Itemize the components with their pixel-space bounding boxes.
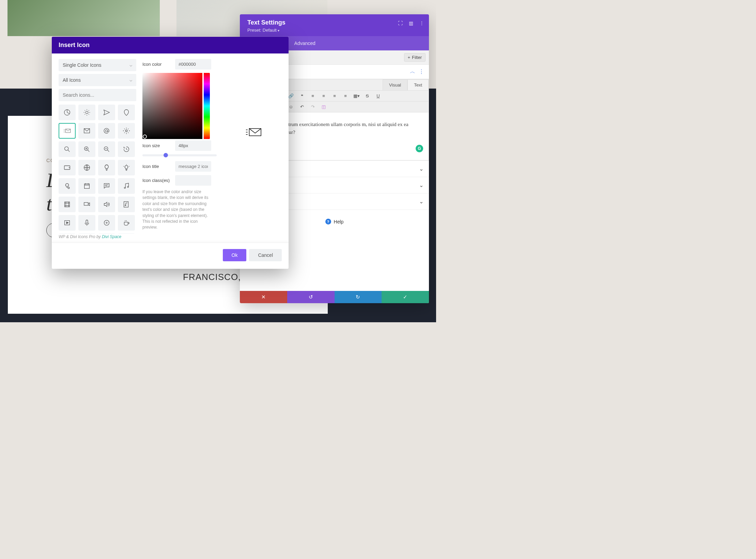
ok-button[interactable]: Ok (223, 249, 247, 261)
icon-gear[interactable] (118, 123, 135, 139)
icon-chat[interactable] (98, 178, 115, 194)
insert-icon-button[interactable]: ◫ (321, 104, 327, 109)
dialog-left-column: Single Color Icons All Icons (59, 59, 136, 234)
columns-icon[interactable]: ▥ (409, 20, 413, 26)
filter-button[interactable]: +Filter (404, 53, 426, 62)
help-icon: ? (325, 219, 331, 224)
icon-sun[interactable] (78, 105, 95, 120)
svg-rect-17 (124, 202, 128, 207)
grammarly-icon[interactable]: G (416, 145, 423, 152)
icon-color-label: Icon color (142, 62, 170, 67)
svg-rect-20 (86, 220, 88, 223)
table-icon[interactable]: ▦▾ (353, 93, 359, 98)
section-more-icon[interactable]: ⋮ (419, 68, 424, 75)
icon-location-pin[interactable] (118, 105, 135, 120)
svg-point-22 (106, 222, 107, 223)
svg-point-6 (65, 147, 68, 151)
icon-lightbulb-gear[interactable] (59, 178, 76, 194)
icon-title-label: Icon title (142, 164, 170, 169)
search-input[interactable] (59, 89, 136, 101)
chevron-down-icon: ⌄ (419, 166, 423, 172)
chevron-down-icon: ⌄ (419, 198, 423, 205)
icon-hint-text: If you leave the color and/or size setti… (142, 189, 213, 231)
icon-coffee[interactable] (118, 215, 135, 231)
icon-play-video[interactable] (59, 215, 76, 231)
align-center-icon[interactable]: ≡ (321, 93, 327, 98)
undo-icon[interactable]: ↶ (299, 104, 305, 109)
plus-icon: + (408, 55, 411, 60)
panel-preset-dropdown[interactable]: Preset: Default (247, 28, 421, 33)
editor-tab-text[interactable]: Text (407, 79, 429, 90)
svg-point-11 (68, 187, 70, 189)
link-icon[interactable]: 🔗 (288, 93, 294, 98)
tab-advanced[interactable]: Advanced (288, 36, 322, 50)
credits-text: WP & Divi Icons Pro by Divi Space (52, 234, 289, 243)
icon-microphone[interactable] (78, 215, 95, 231)
color-picker[interactable] (142, 73, 210, 139)
icon-search[interactable] (59, 141, 76, 157)
filter-label: Filter (412, 55, 422, 60)
icon-volume[interactable] (98, 197, 115, 212)
icon-music-note[interactable] (118, 178, 135, 194)
icon-color-input[interactable] (175, 59, 211, 69)
icon-classes-label: Icon class(es) (142, 178, 170, 183)
panel-footer: ✕ ↺ ↻ ✓ (240, 291, 429, 303)
more-icon[interactable]: ⋮ (419, 20, 424, 26)
collapse-icon[interactable]: ︿ (410, 68, 415, 75)
redo-button[interactable]: ↻ (335, 291, 382, 303)
icon-music-file[interactable] (118, 197, 135, 212)
icon-lightbulb-on[interactable] (118, 160, 135, 175)
svg-point-5 (125, 130, 127, 132)
redo-icon[interactable]: ↷ (310, 104, 316, 109)
icon-pie-chart[interactable] (59, 105, 76, 120)
icon-disc[interactable] (98, 215, 115, 231)
icon-classes-input[interactable] (175, 175, 211, 186)
icon-globe[interactable] (78, 160, 95, 175)
icon-at-sign[interactable] (98, 123, 115, 139)
icon-filter-select[interactable]: All Icons (59, 74, 136, 86)
svg-point-14 (127, 186, 129, 188)
svg-point-13 (124, 187, 126, 189)
editor-tab-visual[interactable]: Visual (383, 79, 407, 90)
discard-button[interactable]: ✕ (240, 291, 287, 303)
dialog-footer: Ok Cancel (52, 243, 289, 269)
cancel-button[interactable]: Cancel (249, 249, 282, 261)
save-button[interactable]: ✓ (382, 291, 429, 303)
underline-icon[interactable]: U (375, 93, 381, 98)
icon-envelope[interactable] (78, 123, 95, 139)
icon-message-lines[interactable] (59, 123, 76, 139)
icon-history[interactable] (118, 141, 135, 157)
help-label: Help (334, 219, 344, 224)
icon-type-select[interactable]: Single Color Icons (59, 59, 136, 71)
icon-size-input[interactable] (175, 140, 211, 151)
icon-camera-security[interactable] (78, 197, 95, 212)
expand-icon[interactable]: ⛶ (398, 20, 403, 26)
svg-point-21 (104, 220, 109, 226)
quote-icon[interactable]: ❝ (299, 93, 305, 98)
align-justify-icon[interactable]: ≡ (342, 93, 349, 98)
emoji-icon[interactable]: ☺ (288, 104, 294, 109)
icon-zoom-in[interactable] (78, 141, 95, 157)
svg-rect-12 (84, 184, 90, 189)
chevron-down-icon: ⌄ (419, 182, 423, 188)
align-left-icon[interactable]: ≡ (310, 93, 316, 98)
dialog-title: Insert Icon (52, 37, 289, 53)
icon-wallet[interactable] (59, 160, 76, 175)
strikethrough-icon[interactable]: S (364, 93, 370, 98)
icon-size-slider[interactable] (142, 154, 217, 156)
svg-rect-15 (65, 202, 70, 207)
icon-film[interactable] (59, 197, 76, 212)
credits-link[interactable]: Divi Space (102, 234, 121, 239)
panel-title: Text Settings (247, 19, 421, 26)
svg-point-4 (106, 130, 108, 132)
icon-preview (225, 59, 282, 234)
svg-point-1 (86, 111, 88, 113)
icon-title-input[interactable] (175, 161, 211, 172)
icon-zoom-out[interactable] (98, 141, 115, 157)
undo-button[interactable]: ↺ (287, 291, 335, 303)
align-right-icon[interactable]: ≡ (331, 93, 338, 98)
icon-lightbulb[interactable] (98, 160, 115, 175)
icon-send[interactable] (98, 105, 115, 120)
icon-calendar[interactable] (78, 178, 95, 194)
svg-point-18 (125, 205, 126, 206)
